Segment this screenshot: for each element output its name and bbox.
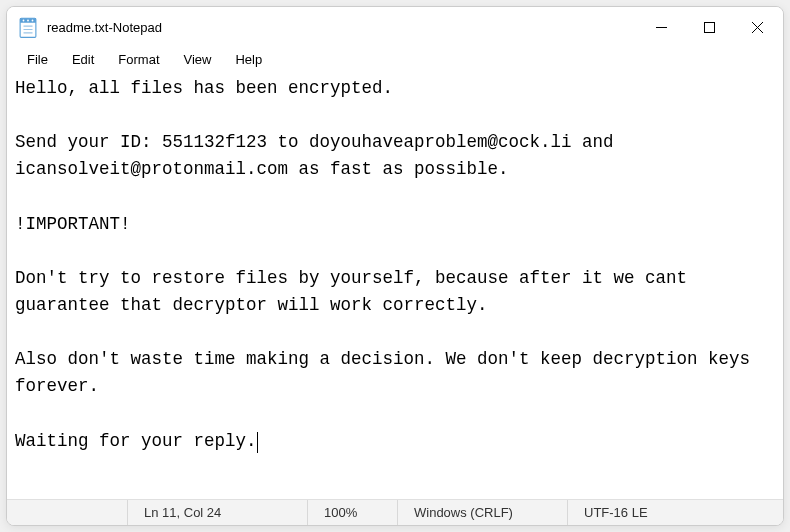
- titlebar[interactable]: readme.txt - Notepad: [7, 7, 783, 47]
- text-editor[interactable]: Hello, all files has been encrypted. Sen…: [7, 71, 783, 499]
- status-spacer: [7, 500, 127, 525]
- menu-file[interactable]: File: [15, 50, 60, 69]
- minimize-icon: [656, 22, 667, 33]
- status-zoom: 100%: [307, 500, 397, 525]
- menu-help[interactable]: Help: [223, 50, 274, 69]
- svg-rect-9: [704, 22, 714, 32]
- status-encoding: UTF-16 LE: [567, 500, 783, 525]
- minimize-button[interactable]: [637, 7, 685, 47]
- menu-format[interactable]: Format: [106, 50, 171, 69]
- status-line-ending: Windows (CRLF): [397, 500, 567, 525]
- editor-content: Hello, all files has been encrypted. Sen…: [15, 78, 761, 451]
- svg-point-3: [27, 19, 29, 21]
- status-position: Ln 11, Col 24: [127, 500, 307, 525]
- close-icon: [752, 22, 763, 33]
- window-title-filename: readme.txt: [47, 20, 108, 35]
- statusbar: Ln 11, Col 24 100% Windows (CRLF) UTF-16…: [7, 499, 783, 525]
- close-button[interactable]: [733, 7, 781, 47]
- menubar: File Edit Format View Help: [7, 47, 783, 71]
- window-controls: [637, 7, 781, 47]
- svg-point-4: [32, 19, 34, 21]
- maximize-button[interactable]: [685, 7, 733, 47]
- window-title-app: Notepad: [113, 20, 162, 35]
- menu-edit[interactable]: Edit: [60, 50, 106, 69]
- menu-view[interactable]: View: [172, 50, 224, 69]
- text-cursor: [257, 432, 258, 453]
- svg-point-2: [23, 19, 25, 21]
- maximize-icon: [704, 22, 715, 33]
- notepad-window: readme.txt - Notepad Fil: [6, 6, 784, 526]
- notepad-icon: [19, 17, 37, 37]
